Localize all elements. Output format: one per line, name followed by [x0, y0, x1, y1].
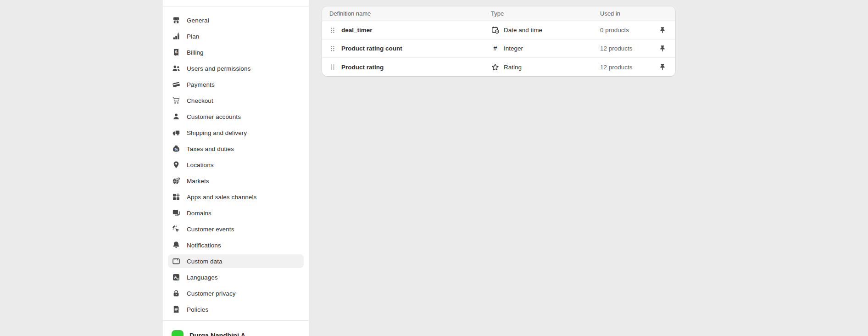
sidebar-item-customer-events[interactable]: Customer events	[168, 222, 304, 236]
definition-name-cell: deal_timer	[322, 27, 491, 34]
sidebar-item-label: Markets	[187, 178, 209, 185]
sidebar-item-label: Users and permissions	[187, 65, 250, 72]
sidebar-item-customer-accounts[interactable]: Customer accounts	[168, 110, 304, 123]
lock-icon	[172, 289, 181, 298]
pin-button[interactable]	[656, 24, 669, 37]
definition-name[interactable]: Product rating count	[341, 45, 402, 52]
sidebar-item-general[interactable]: General	[168, 13, 304, 27]
location-pin-icon	[172, 160, 181, 169]
sidebar-item-plan[interactable]: Plan	[168, 29, 304, 43]
plan-steps-icon	[172, 32, 181, 41]
settings-page: General Plan $ Billing Users and permiss…	[0, 0, 868, 336]
svg-text:%: %	[174, 147, 178, 151]
type-cell: Date and time	[491, 26, 600, 34]
drag-handle-icon[interactable]	[329, 27, 336, 34]
store-user-name: Durga Nandhini A	[189, 330, 245, 336]
person-icon	[172, 112, 181, 121]
sidebar-item-label: Customer events	[187, 226, 234, 233]
sidebar-item-checkout[interactable]: Checkout	[168, 94, 304, 107]
type-cell: Rating	[491, 63, 600, 72]
tax-bag-icon: %	[172, 144, 181, 153]
users-icon	[172, 64, 181, 73]
table-header-row: Definition name Type Used in	[322, 6, 675, 21]
sidebar-item-label: Apps and sales channels	[187, 194, 256, 201]
column-header-definition-name: Definition name	[322, 10, 491, 17]
sidebar-item-notifications[interactable]: Notifications	[168, 238, 304, 252]
sidebar-item-payments[interactable]: Payments	[168, 78, 304, 91]
pin-cell	[650, 61, 675, 73]
sidebar-item-label: Billing	[187, 49, 204, 56]
checkout-cart-icon	[172, 96, 181, 105]
column-header-type: Type	[491, 10, 600, 17]
sidebar-item-domains[interactable]: Domains	[168, 206, 304, 220]
sidebar-item-label: Policies	[187, 306, 208, 313]
type-label: Integer	[504, 45, 523, 52]
sidebar-item-locations[interactable]: Locations	[168, 158, 304, 172]
pin-cell	[650, 24, 675, 37]
sidebar-item-label: Taxes and duties	[187, 146, 234, 152]
policy-doc-icon	[172, 305, 181, 314]
globe-dollar-icon: $	[172, 176, 181, 185]
sidebar-item-taxes-duties[interactable]: % Taxes and duties	[168, 142, 304, 156]
used-in-cell: 12 products	[600, 45, 650, 52]
settings-sidebar: General Plan $ Billing Users and permiss…	[163, 0, 309, 336]
store-avatar	[172, 330, 184, 336]
payments-card-icon	[172, 80, 181, 89]
sidebar-top-divider	[163, 0, 309, 6]
sidebar-item-label: Notifications	[187, 242, 221, 249]
table-row[interactable]: Product rating Rating 12 products	[322, 58, 675, 76]
sidebar-item-label: Customer privacy	[187, 290, 236, 297]
translate-icon: Aa	[172, 273, 181, 282]
sidebar-item-billing[interactable]: $ Billing	[168, 45, 304, 59]
table-row[interactable]: Product rating count # Integer 12 produc…	[322, 39, 675, 58]
sidebar-item-label: Locations	[187, 162, 214, 168]
sidebar-item-custom-data[interactable]: Custom data	[168, 254, 304, 268]
pin-button[interactable]	[656, 42, 669, 55]
sidebar-item-shipping-delivery[interactable]: Shipping and delivery	[168, 126, 304, 140]
cursor-click-icon	[172, 224, 181, 234]
sidebar-item-customer-privacy[interactable]: Customer privacy	[168, 286, 304, 300]
definition-name-cell: Product rating count	[322, 45, 491, 52]
storefront-icon	[172, 16, 181, 25]
definition-name-cell: Product rating	[322, 63, 491, 71]
drag-handle-icon[interactable]	[329, 63, 336, 71]
billing-receipt-icon: $	[172, 48, 181, 57]
metafield-definitions-card: Definition name Type Used in deal_timer …	[322, 6, 675, 76]
star-icon	[491, 63, 500, 72]
sidebar-item-label: General	[187, 17, 209, 24]
sidebar-item-label: Checkout	[187, 97, 213, 104]
pin-button[interactable]	[656, 61, 669, 73]
sidebar-item-label: Payments	[187, 81, 215, 88]
used-in-cell: 0 products	[600, 27, 650, 34]
sidebar-item-label: Customer accounts	[187, 113, 241, 120]
svg-text:$: $	[175, 50, 177, 54]
sidebar-item-label: Domains	[187, 210, 211, 217]
sidebar-item-policies[interactable]: Policies	[168, 302, 304, 316]
sidebar-item-label: Custom data	[187, 258, 223, 265]
sidebar-item-users-permissions[interactable]: Users and permissions	[168, 62, 304, 75]
custom-data-icon	[172, 257, 181, 266]
sidebar-item-apps-sales-channels[interactable]: Apps and sales channels	[168, 190, 304, 204]
settings-nav: General Plan $ Billing Users and permiss…	[163, 6, 309, 320]
used-in-cell: 12 products	[600, 64, 650, 71]
sidebar-item-label: Shipping and delivery	[187, 129, 247, 136]
sidebar-item-label: Languages	[187, 274, 218, 281]
store-user-row[interactable]: Durga Nandhini A	[163, 320, 309, 336]
sidebar-item-label: Plan	[187, 33, 199, 40]
bell-icon	[172, 241, 181, 250]
sidebar-item-markets[interactable]: $ Markets	[168, 174, 304, 188]
definition-name[interactable]: Product rating	[341, 64, 384, 71]
table-row[interactable]: deal_timer Date and time 0 products	[322, 21, 675, 39]
drag-handle-icon[interactable]	[329, 45, 336, 52]
truck-icon	[172, 128, 181, 137]
column-header-used-in: Used in	[600, 10, 650, 17]
definition-name[interactable]: deal_timer	[341, 27, 373, 34]
type-label: Date and time	[504, 27, 542, 34]
sidebar-item-languages[interactable]: Aa Languages	[168, 270, 304, 284]
type-label: Rating	[504, 64, 522, 71]
svg-text:#: #	[494, 45, 497, 52]
hash-icon: #	[491, 44, 500, 53]
apps-grid-icon	[172, 192, 181, 202]
domains-windows-icon	[172, 208, 181, 218]
pin-cell	[650, 42, 675, 55]
